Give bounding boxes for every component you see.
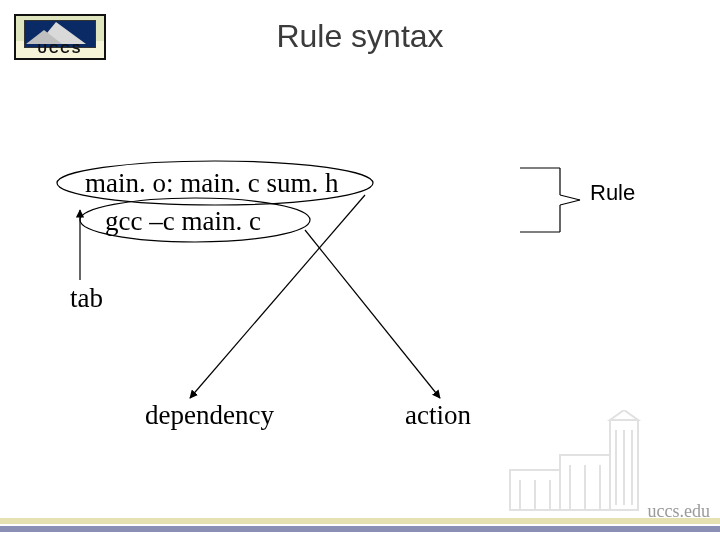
svg-line-5 <box>560 200 580 205</box>
footer-bar <box>0 526 720 532</box>
rule-bracket <box>520 168 580 232</box>
footer-brand: uccs.edu <box>648 501 710 522</box>
slide-title: Rule syntax <box>0 18 720 55</box>
svg-line-4 <box>560 195 580 200</box>
label-tab: tab <box>70 283 103 314</box>
label-action: action <box>405 400 471 431</box>
label-rule: Rule <box>590 180 635 206</box>
arrow-action <box>305 230 440 398</box>
svg-marker-7 <box>610 410 638 420</box>
label-dependency: dependency <box>145 400 274 431</box>
rule-action-line: gcc –c main. c <box>105 206 261 237</box>
rule-dependency-line: main. o: main. c sum. h <box>85 168 338 199</box>
slide: UCCS Rule syntax main. o: main. c sum. h… <box>0 0 720 540</box>
